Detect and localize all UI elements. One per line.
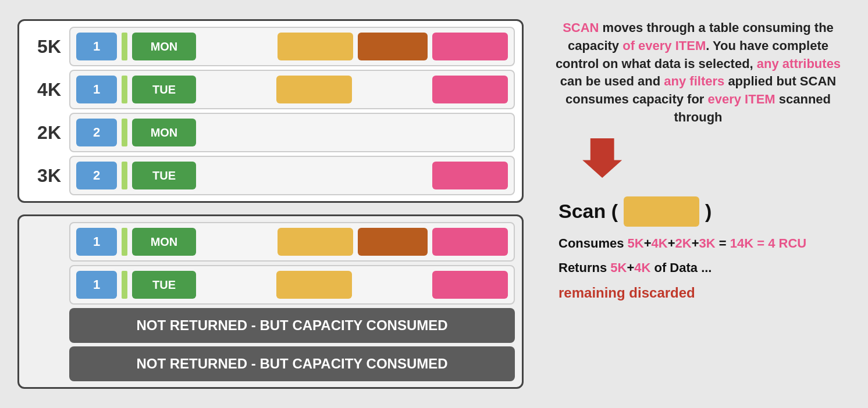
bottom-cell-brown-1 — [358, 228, 428, 256]
scan-paren-close: ) — [705, 200, 712, 223]
returns-plus: + — [627, 260, 634, 275]
bottom-cell-id-2: 1 — [76, 271, 117, 299]
desc-any-attributes: any attributes — [757, 56, 841, 71]
returns-line: Returns 5K+4K of Data ... — [558, 260, 851, 275]
bottom-row-mon: 1 MON — [26, 222, 515, 262]
bottom-row-inner-mon: 1 MON — [69, 222, 515, 262]
cell-day-2k: MON — [132, 119, 196, 146]
cell-pink-3k — [432, 162, 508, 189]
cell-day-5k: MON — [132, 33, 196, 60]
desc-every-item: of every ITEM — [622, 38, 706, 53]
cell-id-3k: 2 — [76, 162, 117, 189]
cell-yellow-4k — [276, 76, 352, 103]
consumes-5k: 5K — [628, 236, 644, 250]
green-divider-3k — [122, 162, 127, 189]
cell-id-2k: 2 — [76, 119, 117, 146]
desc-any-filters: any filters — [664, 74, 724, 88]
bottom-cell-yellow-1 — [278, 228, 353, 256]
consumes-total: 14K = 4 RCU — [730, 236, 806, 250]
cell-id-5k: 1 — [76, 33, 117, 60]
consumes-plus3: + — [692, 236, 699, 250]
table-row-inner-3k: 2 TUE — [69, 156, 515, 195]
consumes-4k: 4K — [652, 236, 668, 250]
consumes-2k: 2K — [675, 236, 692, 250]
desc-every-item-2: every ITEM — [708, 92, 775, 106]
returns-5k: 5K — [610, 260, 627, 275]
scan-label: Scan ( — [558, 200, 618, 223]
not-returned-row-1: NOT RETURNED - BUT CAPACITY CONSUMED — [69, 308, 515, 343]
table-row-5k: 5K 1 MON — [26, 27, 515, 66]
consumes-3k: 3K — [699, 236, 716, 250]
arrow-wrapper — [547, 138, 851, 185]
row-label-2k: 2K — [26, 122, 61, 144]
down-arrow-icon — [582, 138, 628, 185]
returns-4k: 4K — [634, 260, 650, 275]
table-row-4k: 4K 1 TUE — [26, 70, 515, 109]
returns-label: Returns — [558, 260, 610, 275]
consumes-plus1: + — [644, 236, 652, 250]
bottom-cell-yellow-2 — [276, 271, 352, 299]
consumes-label: Consumes — [558, 236, 628, 250]
bottom-cell-pink-1 — [432, 228, 508, 256]
table-row-inner-4k: 1 TUE — [69, 70, 515, 109]
table-row-3k: 3K 2 TUE — [26, 156, 515, 195]
bottom-cell-pink-2 — [432, 271, 508, 299]
scan-result: Scan ( ) Consumes 5K+4K+2K+3K = 14K = 4 … — [547, 196, 851, 301]
consumes-plus2: + — [668, 236, 675, 250]
cell-pink-5k — [432, 33, 508, 60]
desc-part6: can be used and — [560, 74, 664, 88]
green-divider-5k — [122, 33, 127, 60]
bottom-cell-id-1: 1 — [76, 228, 117, 256]
green-divider-4k — [122, 76, 127, 103]
bottom-row-tue: 1 TUE — [26, 265, 515, 305]
scan-line: Scan ( ) — [558, 196, 851, 227]
remaining-discarded-line: remaining discarded — [558, 285, 851, 301]
main-container: 5K 1 MON 4K 1 TUE — [17, 19, 851, 389]
bottom-green-divider-2 — [122, 271, 127, 299]
consumes-eq: = — [716, 236, 730, 250]
left-section: 5K 1 MON 4K 1 TUE — [17, 19, 524, 389]
bottom-row-inner-tue: 1 TUE — [69, 265, 515, 305]
consumes-line: Consumes 5K+4K+2K+3K = 14K = 4 RCU — [558, 236, 851, 251]
bottom-cell-day-2: TUE — [132, 271, 196, 299]
row-label-4k: 4K — [26, 79, 61, 101]
bottom-table-container: 1 MON 1 TUE — [17, 214, 524, 389]
top-table-container: 5K 1 MON 4K 1 TUE — [17, 19, 524, 203]
desc-scan-word: SCAN — [563, 20, 599, 35]
bottom-green-divider-1 — [122, 228, 127, 256]
not-returned-wrapper-1: NOT RETURNED - BUT CAPACITY CONSUMED — [26, 308, 515, 343]
right-section: SCAN moves through a table consuming the… — [547, 19, 851, 301]
cell-day-4k: TUE — [132, 76, 196, 103]
returns-of: of Data ... — [650, 260, 712, 275]
bottom-cell-day-1: MON — [132, 228, 196, 256]
not-returned-wrapper-2: NOT RETURNED - BUT CAPACITY CONSUMED — [26, 346, 515, 381]
svg-marker-0 — [582, 138, 622, 178]
cell-brown-5k — [358, 33, 428, 60]
table-row-inner-2k: 2 MON — [69, 113, 515, 152]
cell-day-3k: TUE — [132, 162, 196, 189]
description-text: SCAN moves through a table consuming the… — [547, 19, 849, 127]
remaining-discarded: remaining discarded — [558, 285, 695, 300]
row-label-3k: 3K — [26, 165, 61, 187]
row-label-5k: 5K — [26, 36, 61, 58]
cell-id-4k: 1 — [76, 76, 117, 103]
cell-yellow-5k — [278, 33, 353, 60]
table-row-2k: 2K 2 MON — [26, 113, 515, 152]
not-returned-row-2: NOT RETURNED - BUT CAPACITY CONSUMED — [69, 346, 515, 381]
green-divider-2k — [122, 119, 127, 146]
scan-yellow-box — [624, 196, 699, 227]
table-row-inner-5k: 1 MON — [69, 27, 515, 66]
cell-pink-4k — [432, 76, 508, 103]
